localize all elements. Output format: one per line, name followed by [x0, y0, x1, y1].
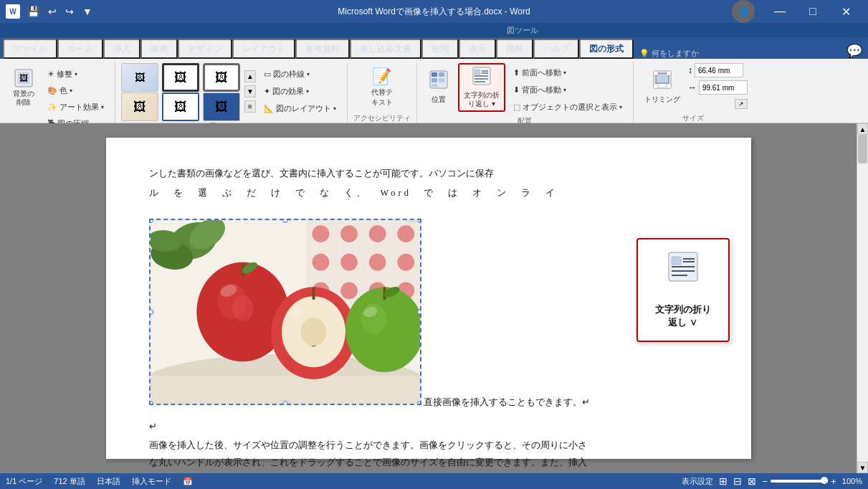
selected-image-container[interactable]: ⊞	[149, 212, 421, 412]
color-label: 色	[59, 85, 67, 96]
arrange-content: 位置 文字列の折り返し ▾	[423, 62, 627, 115]
layout-btn[interactable]: 📐 図のレイアウト ▾	[259, 101, 341, 117]
style-2[interactable]: 🖼	[162, 63, 199, 92]
tab-layout[interactable]: レイアウト	[232, 39, 295, 59]
art-effect-label: アート効果	[59, 102, 99, 113]
svg-point-29	[397, 225, 414, 242]
layout-label: 図のレイアウト	[276, 103, 331, 114]
style-4[interactable]: 🖼	[121, 92, 158, 121]
select-objects-button[interactable]: ⬚ オブジェクトの選択と表示 ▾	[508, 99, 627, 115]
scroll-track[interactable]	[857, 135, 868, 462]
tool-tab-bar: 図ツール	[0, 23, 868, 37]
modify-icon: ☀	[47, 70, 54, 79]
minimize-button[interactable]: —	[763, 0, 796, 23]
zoom-thumb[interactable]	[821, 477, 828, 484]
svg-rect-18	[654, 71, 658, 75]
modify-button[interactable]: ☀ 修整 ▾	[42, 66, 109, 82]
size-expand-button[interactable]: ↗	[735, 99, 748, 109]
trim-button[interactable]: トリミング	[639, 63, 685, 112]
tab-draw[interactable]: 描画	[140, 39, 178, 59]
scroll-down-button[interactable]: ▼	[857, 462, 868, 473]
text-wrap-label: 文字列の折り返し ▾	[464, 91, 500, 108]
save-button[interactable]: 💾	[24, 4, 42, 19]
tool-tab-label: 図ツール	[498, 24, 547, 37]
svg-point-32	[368, 253, 386, 270]
svg-rect-8	[439, 78, 444, 82]
undo-button[interactable]: ↩	[45, 4, 59, 19]
status-right-area: 表示設定 ⊞ ⊟ ⊠ − + 100%	[682, 475, 862, 487]
tab-view[interactable]: 表示	[459, 39, 496, 59]
color-button[interactable]: 🎨 色 ▾	[42, 82, 109, 98]
view-mode-3[interactable]: ⊠	[748, 475, 756, 487]
svg-rect-19	[667, 71, 671, 75]
position-button[interactable]: 位置	[423, 63, 455, 112]
tab-file[interactable]: ファイル	[3, 39, 57, 59]
accessibility-content: 📝 代替テキスト	[366, 62, 398, 112]
page-info: 1/1 ページ	[6, 476, 42, 487]
close-button[interactable]: ✕	[829, 0, 862, 23]
svg-text:🖼: 🖼	[19, 73, 28, 83]
alt-text-icon: 📝	[372, 67, 391, 86]
view-mode-1[interactable]: ⊞	[719, 475, 728, 487]
ribbon-right-area: 💬	[846, 43, 868, 59]
gallery-down[interactable]: ▼	[244, 85, 256, 98]
gallery-up[interactable]: ▲	[244, 70, 256, 82]
svg-point-26	[312, 225, 329, 242]
width-input[interactable]	[699, 80, 748, 95]
redo-button[interactable]: ↪	[62, 4, 77, 19]
forward-icon: ⬆	[513, 68, 520, 77]
document-scroll: ンした書類の画像などを選び、文書内に挿入することが可能です。パソコンに保存 ル …	[0, 123, 857, 473]
title-bar-left: W 💾 ↩ ↪ ▼	[6, 4, 95, 19]
text-second-line: ル を 選 ぶ だ け で な く、 Word で は オ ン ラ イ	[149, 186, 708, 201]
title-bar: W 💾 ↩ ↪ ▼ Microsoft Wordで画像を挿入する場合.docx …	[0, 0, 868, 23]
style-6[interactable]: 🖼	[203, 92, 240, 121]
svg-rect-4	[431, 72, 437, 77]
vertical-scrollbar[interactable]: ▲ ▼	[857, 123, 868, 473]
text-wrap-button[interactable]: 文字列の折り返し ▾	[458, 63, 505, 112]
scroll-thumb[interactable]	[858, 135, 867, 163]
scroll-up-button[interactable]: ▲	[857, 123, 868, 135]
tab-help[interactable]: ヘルプ	[533, 39, 579, 59]
effect-btn[interactable]: ✦ 図の効果 ▾	[259, 84, 341, 100]
height-input[interactable]	[695, 63, 743, 77]
tab-mailings[interactable]: 差し込み文書	[350, 39, 421, 59]
share-button[interactable]: 💬	[846, 43, 862, 59]
border-btn[interactable]: ▭ 図の枠線 ▾	[259, 67, 341, 82]
qa-dropdown-button[interactable]: ▼	[80, 4, 95, 19]
backward-label: 背面へ移動	[522, 85, 561, 95]
art-effect-button[interactable]: ✨ アート効果 ▾	[42, 99, 109, 115]
zoom-track[interactable]	[771, 480, 828, 483]
remove-background-button[interactable]: 🖼 背景の削除	[7, 63, 39, 112]
forward-button[interactable]: ⬆ 前面へ移動 ▾	[508, 65, 627, 80]
tab-insert[interactable]: 挿入	[103, 39, 140, 59]
expand-icon-row: ↗	[688, 99, 748, 109]
style-3[interactable]: 🖼	[203, 63, 240, 92]
ribbon-content: 🖼 背景の削除 ☀ 修整 ▾ 🎨 色 ▾ ✨	[0, 59, 868, 123]
alt-text-button[interactable]: 📝 代替テキスト	[366, 63, 398, 112]
maximize-button[interactable]: □	[796, 0, 829, 23]
ribbon-group-size: トリミング ↕ ↔ ↗ サイズ	[634, 62, 753, 123]
zoom-slider[interactable]: − +	[762, 476, 836, 487]
trim-label: トリミング	[644, 95, 680, 105]
tab-home[interactable]: ホーム	[57, 39, 103, 59]
gallery-more[interactable]: ≡	[244, 100, 256, 113]
search-help[interactable]: 💡何をしますか	[639, 48, 699, 59]
tab-design[interactable]: デザイン	[178, 39, 232, 59]
popup-icon	[667, 251, 699, 298]
tab-dev[interactable]: 開発	[496, 39, 533, 59]
display-settings-label[interactable]: 表示設定	[682, 476, 713, 487]
view-mode-2[interactable]: ⊟	[733, 475, 742, 487]
tab-references[interactable]: 参考資料	[295, 39, 350, 59]
tab-review[interactable]: 校閲	[421, 39, 459, 59]
style-1[interactable]: 🖼	[121, 63, 158, 92]
text-after-image-inline: 直接画像を挿入することもできます。↵	[424, 397, 590, 407]
zoom-in-button[interactable]: +	[831, 476, 836, 487]
backward-button[interactable]: ⬇ 背面へ移動 ▾	[508, 82, 627, 98]
style-5[interactable]: 🖼	[162, 92, 199, 121]
float-layout-icon[interactable]: ⊞	[406, 219, 421, 222]
modify-dropdown-icon: ▾	[75, 71, 77, 77]
document-area: ンした書類の画像などを選び、文書内に挿入することが可能です。パソコンに保存 ル …	[0, 123, 868, 473]
zoom-out-button[interactable]: −	[762, 476, 768, 487]
style-options: ▭ 図の枠線 ▾ ✦ 図の効果 ▾ 📐 図のレイアウト ▾	[259, 67, 341, 117]
tab-picture-format[interactable]: 図の形式	[579, 39, 634, 59]
